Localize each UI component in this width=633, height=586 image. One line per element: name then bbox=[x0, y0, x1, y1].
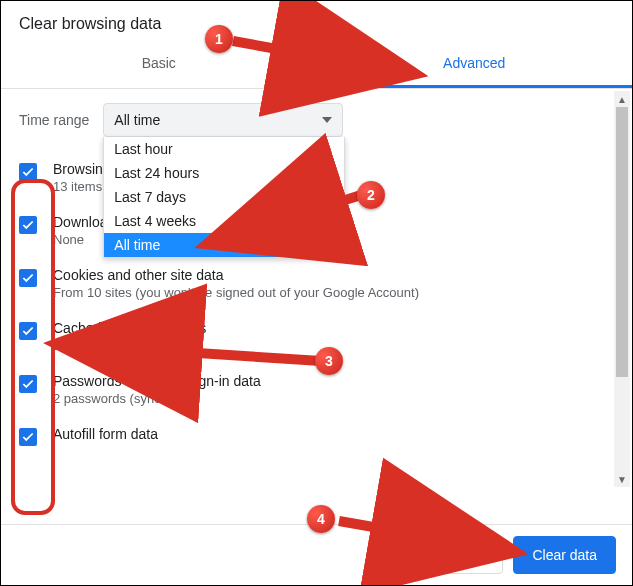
list-item: Cookies and other site dataFrom 10 sites… bbox=[19, 257, 614, 310]
dialog-footer: Cancel Clear data bbox=[1, 524, 632, 585]
checkbox-download-history[interactable] bbox=[19, 216, 37, 234]
scroll-up-icon[interactable]: ▲ bbox=[614, 91, 630, 107]
dialog-body: Time range All time Last hour Last 24 ho… bbox=[1, 89, 632, 501]
checkbox-passwords[interactable] bbox=[19, 375, 37, 393]
item-title: Passwords and other sign-in data bbox=[53, 373, 261, 389]
item-sub: 2.6 MB bbox=[53, 338, 206, 353]
checkbox-cookies[interactable] bbox=[19, 269, 37, 287]
option-last-24-hours[interactable]: Last 24 hours bbox=[104, 161, 344, 185]
option-last-hour[interactable]: Last hour bbox=[104, 137, 344, 161]
item-sub: 2 passwords (synced) bbox=[53, 391, 261, 406]
time-range-label: Time range bbox=[19, 112, 89, 128]
item-sub: From 10 sites (you won't be signed out o… bbox=[53, 285, 419, 300]
option-all-time[interactable]: All time bbox=[104, 233, 344, 257]
tab-basic[interactable]: Basic bbox=[1, 41, 317, 88]
callout-4: 4 bbox=[307, 505, 335, 533]
item-title: Cookies and other site data bbox=[53, 267, 419, 283]
scrollbar-thumb[interactable] bbox=[616, 107, 628, 377]
chevron-down-icon bbox=[322, 117, 332, 123]
option-last-4-weeks[interactable]: Last 4 weeks bbox=[104, 209, 344, 233]
callout-2: 2 bbox=[357, 181, 385, 209]
checkbox-browsing-history[interactable] bbox=[19, 163, 37, 181]
tab-advanced[interactable]: Advanced bbox=[317, 41, 633, 88]
tab-bar: Basic Advanced bbox=[1, 41, 632, 89]
checkbox-autofill[interactable] bbox=[19, 428, 37, 446]
dialog-title: Clear browsing data bbox=[1, 1, 632, 41]
item-title: Autofill form data bbox=[53, 426, 158, 442]
time-range-dropdown: Last hour Last 24 hours Last 7 days Last… bbox=[103, 137, 345, 258]
time-range-value: All time bbox=[114, 112, 160, 128]
clear-data-button[interactable]: Clear data bbox=[513, 536, 616, 574]
cancel-button[interactable]: Cancel bbox=[422, 536, 504, 574]
time-range-select[interactable]: All time bbox=[103, 103, 343, 137]
list-item: Autofill form data bbox=[19, 416, 614, 456]
list-item: Passwords and other sign-in data2 passwo… bbox=[19, 363, 614, 416]
callout-3: 3 bbox=[315, 347, 343, 375]
checkbox-cached[interactable] bbox=[19, 322, 37, 340]
option-last-7-days[interactable]: Last 7 days bbox=[104, 185, 344, 209]
scrollbar[interactable]: ▲ ▼ bbox=[614, 91, 630, 487]
item-title: Cached images and files bbox=[53, 320, 206, 336]
callout-1: 1 bbox=[205, 25, 233, 53]
scroll-down-icon[interactable]: ▼ bbox=[614, 471, 630, 487]
